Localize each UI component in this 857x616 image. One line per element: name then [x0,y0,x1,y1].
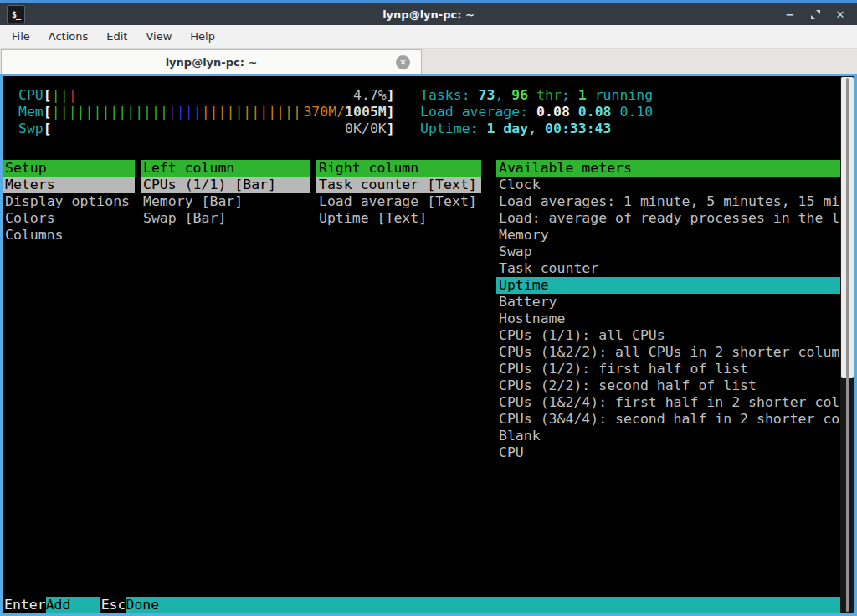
setup-item-colors[interactable]: Colors [3,210,135,227]
memory-meter: Mem[||||||||||||||||||||||||||||||370M/1… [18,104,395,121]
terminal-content: CPU[|||4.7%] Mem[|||||||||||||||||||||||… [3,76,840,613]
restore-icon [810,9,821,20]
swap-meter-label: Swp [18,121,44,136]
tasks-line: Tasks: 73, 96 thr; 1 running [420,87,653,104]
available-meters-title: Available meters [496,160,840,177]
available-meter-item[interactable]: Blank [496,428,840,444]
terminal-window: $_ lynp@lyn-pc: ~ − ✕ File Actions Edit … [0,0,857,616]
right-column-item[interactable]: Task counter [Text] [316,177,481,193]
tasks-count: 73 [479,87,495,103]
available-meter-item[interactable]: Memory [496,227,840,244]
terminal-tab[interactable]: lynp@lyn-pc: ~ ✕ [1,49,422,74]
left-column-panel: Left column CPUs (1/1) [Bar] Memory [Bar… [141,160,310,227]
menu-item-actions[interactable]: Actions [39,27,98,46]
menu-item-file[interactable]: File [3,27,39,46]
available-meter-item[interactable]: Load: average of ready processes in the … [496,210,840,227]
setup-panel-title: Setup [3,160,135,177]
setup-item-display-options[interactable]: Display options [3,193,135,210]
available-meter-item[interactable]: CPUs (3&4/4): second half in 2 shorter c… [496,411,840,428]
menu-item-help[interactable]: Help [181,27,224,46]
setup-item-columns[interactable]: Columns [3,227,135,244]
cpu-meter: CPU[|||4.7%] [18,87,395,104]
memory-meter-value: 370M/1005M [303,104,386,121]
load-15min: 0.10 [619,104,653,120]
available-meter-item[interactable]: Battery [496,294,840,311]
left-column-item[interactable]: CPUs (1/1) [Bar] [141,177,310,193]
cpu-meter-value: 4.7% [353,87,387,104]
minimize-button[interactable]: − [784,8,796,20]
available-meter-item[interactable]: CPUs (2/2): second half of list [496,377,840,394]
uptime-line: Uptime: 1 day, 00:33:43 [420,121,612,137]
setup-panel: Setup Meters Display options Colors Colu… [3,160,135,244]
maximize-button[interactable] [809,8,821,20]
cpu-meter-label: CPU [18,87,44,103]
load-average-line: Load average: 0.08 0.08 0.10 [420,104,653,121]
available-meter-item[interactable]: Load averages: 1 minute, 5 minutes, 15 m… [496,193,840,210]
enter-key-label: Enter [3,597,46,613]
menu-item-edit[interactable]: Edit [97,27,136,46]
tab-bar: lynp@lyn-pc: ~ ✕ [0,49,857,74]
memory-meter-label: Mem [18,104,44,120]
available-meter-item[interactable]: Clock [496,177,840,193]
scrollbar-track-line [846,78,849,612]
close-button[interactable]: ✕ [834,8,846,20]
left-column-item[interactable]: Memory [Bar] [141,193,310,210]
terminal-app-icon: $_ [7,5,25,23]
running-count: 1 [578,87,587,103]
right-column-panel: Right column Task counter [Text] Load av… [316,160,481,227]
esc-key-label: Esc [100,597,126,613]
available-meter-item-selected[interactable]: Uptime [496,277,840,294]
window-controls: − ✕ [784,8,846,20]
available-meter-item[interactable]: CPUs (1/2): first half of list [496,361,840,377]
done-button[interactable]: Done [126,597,840,613]
function-bar: Enter Add Esc Done [3,597,840,613]
setup-item-meters[interactable]: Meters [3,177,135,193]
tab-title: lynp@lyn-pc: ~ [166,56,258,69]
load-5min: 0.08 [578,104,612,120]
available-meter-item[interactable]: Swap [496,244,840,260]
window-title: lynp@lyn-pc: ~ [0,8,857,21]
swap-meter-value: 0K/0K [345,121,387,137]
scrollbar[interactable] [840,76,854,613]
available-meter-item[interactable]: CPUs (1&2/4): first half in 2 shorter co… [496,394,840,411]
right-column-item[interactable]: Uptime [Text] [316,210,481,227]
left-column-item[interactable]: Swap [Bar] [141,210,310,227]
memory-meter-ticks: |||||||||||||||||||||||||||||| [52,104,301,121]
cpu-meter-ticks: ||| [52,87,77,104]
right-column-title: Right column [316,160,481,177]
titlebar[interactable]: $_ lynp@lyn-pc: ~ − ✕ [0,3,857,25]
available-meter-item[interactable]: CPUs (1/1): all CPUs [496,327,840,344]
available-meter-item[interactable]: Hostname [496,311,840,327]
terminal-frame: CPU[|||4.7%] Mem[|||||||||||||||||||||||… [0,74,857,616]
menu-bar: File Actions Edit View Help [0,25,857,49]
left-column-title: Left column [141,160,310,177]
available-meter-item[interactable]: CPU [496,444,840,461]
available-meter-item[interactable]: CPUs (1&2/2): all CPUs in 2 shorter colu… [496,344,840,361]
swap-meter: Swp[0K/0K] [18,121,395,137]
right-column-item[interactable]: Load average [Text] [316,193,481,210]
tab-close-icon[interactable]: ✕ [396,55,410,69]
menu-item-view[interactable]: View [136,27,181,46]
threads-count: 96 [511,87,528,103]
load-1min: 0.08 [536,104,570,120]
available-meters-panel: Available meters Clock Load averages: 1 … [496,160,840,461]
uptime-value: 1 day, 00:33:43 [486,121,611,136]
available-meter-item[interactable]: Task counter [496,260,840,277]
add-button[interactable]: Add [46,597,100,613]
